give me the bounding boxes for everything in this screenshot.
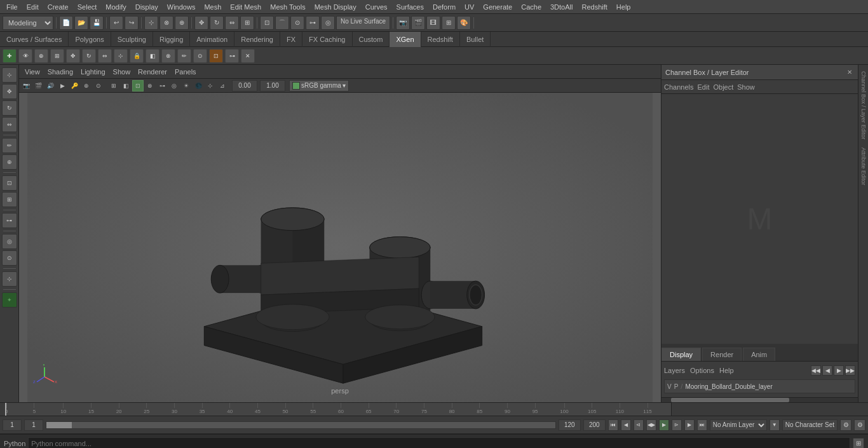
move-tool[interactable]: ✥: [2, 84, 17, 99]
xgen-lock-btn[interactable]: 🔒: [130, 49, 144, 63]
vp-shading-menu[interactable]: Shading: [44, 67, 76, 77]
menu-modify[interactable]: Modify: [102, 2, 130, 12]
menu-generate[interactable]: Generate: [479, 2, 516, 12]
channel-box-edge-label[interactable]: Channel Box / Layer Editor: [860, 67, 867, 144]
tab-fx[interactable]: FX: [280, 32, 302, 47]
menu-file[interactable]: File: [3, 2, 22, 12]
layer-nav-next[interactable]: ▶: [834, 365, 844, 376]
playhead[interactable]: [5, 403, 6, 416]
vp-view-menu[interactable]: View: [22, 67, 43, 77]
vp-key-ico[interactable]: 🔑: [69, 80, 80, 92]
undo-btn[interactable]: ↩: [109, 16, 123, 30]
snap-edge[interactable]: ⊞: [2, 192, 17, 207]
xgen-paint1-btn[interactable]: ✏: [177, 49, 191, 63]
new-file-btn[interactable]: 📄: [59, 16, 73, 30]
menu-select[interactable]: Select: [74, 2, 101, 12]
redo-btn[interactable]: ↪: [125, 16, 139, 30]
snap-curve-btn[interactable]: ⌒: [275, 16, 289, 30]
vp-grid-ico[interactable]: ⊞: [108, 80, 119, 92]
render-cam-btn[interactable]: 📷: [396, 16, 410, 30]
vp-sound-ico[interactable]: 🔊: [44, 80, 56, 92]
layer-nav-back[interactable]: ◀◀: [811, 365, 821, 376]
xgen-refresh-btn[interactable]: ⊕: [34, 49, 48, 63]
cb-tab-render[interactable]: Render: [702, 348, 742, 361]
vp-show-menu[interactable]: Show: [110, 67, 134, 77]
vp-camera-ico[interactable]: 📷: [20, 80, 32, 92]
step-back-btn[interactable]: ◀: [621, 419, 631, 431]
vp-shaded-ico[interactable]: ◧: [120, 80, 132, 92]
layers-label[interactable]: Layers: [664, 367, 685, 374]
xgen-delete-btn[interactable]: ✕: [241, 49, 255, 63]
viewport-content[interactable]: X Y Z persp: [19, 93, 661, 402]
cb-show[interactable]: Show: [737, 83, 755, 91]
xgen-select-btn[interactable]: ⊹: [114, 49, 128, 63]
xgen-icon[interactable]: ✦: [2, 292, 17, 308]
vp-wireframe-ico[interactable]: ⊡: [132, 80, 144, 92]
current-frame-input[interactable]: [3, 419, 22, 431]
step-fwd-btn[interactable]: ▶: [684, 419, 695, 431]
soft-select[interactable]: ◎: [2, 234, 17, 249]
live-surface-btn[interactable]: No Live Surface: [336, 16, 390, 30]
mode-dropdown[interactable]: Modeling: [3, 16, 53, 30]
vp-tangent-ico[interactable]: ⊕: [81, 80, 92, 92]
color-space-btn[interactable]: sRGB gamma ▾: [289, 80, 349, 92]
select-tool[interactable]: ⊹: [2, 67, 17, 83]
save-file-btn[interactable]: 💾: [90, 16, 104, 30]
xgen-groom-btn[interactable]: ⊞: [50, 49, 64, 63]
tab-curves-surfaces[interactable]: Curves / Surfaces: [0, 32, 69, 47]
tab-animation[interactable]: Animation: [190, 32, 234, 47]
lasso-select-btn[interactable]: ⊗: [159, 16, 173, 30]
play-reverse-btn[interactable]: ◀▶: [646, 419, 656, 431]
menu-surfaces[interactable]: Surfaces: [393, 2, 428, 12]
xgen-move-btn[interactable]: ✥: [66, 49, 80, 63]
layer-name[interactable]: Mooring_Bollard_Double_layer: [685, 383, 852, 390]
open-file-btn[interactable]: 📂: [74, 16, 88, 30]
tab-bullet[interactable]: Bullet: [460, 32, 491, 47]
cb-tab-display[interactable]: Display: [661, 348, 701, 361]
cb-edit[interactable]: Edit: [697, 83, 709, 91]
xgen-export-btn[interactable]: ⊡: [209, 49, 223, 63]
sculpt-tool[interactable]: ⊕: [2, 154, 17, 170]
vp-shader-ico[interactable]: ⊹: [205, 80, 216, 92]
vp-light-ico[interactable]: ☀: [180, 80, 192, 92]
vp-anim-ico[interactable]: ▶: [57, 80, 68, 92]
snap-view-btn[interactable]: ⊶: [306, 16, 320, 30]
vp-texture-ico[interactable]: ◎: [168, 80, 180, 92]
layer-playback[interactable]: P: [674, 383, 679, 390]
color-picker-btn[interactable]: 🎨: [457, 16, 471, 30]
cb-close-btn[interactable]: ✕: [845, 68, 854, 77]
menu-mesh-tools[interactable]: Mesh Tools: [266, 2, 309, 12]
rotate-tool[interactable]: ↻: [2, 100, 17, 116]
coord-y-input[interactable]: [260, 80, 285, 92]
tab-redshift[interactable]: Redshift: [421, 32, 460, 47]
tab-polygons[interactable]: Polygons: [69, 32, 111, 47]
max-frame-input[interactable]: [583, 419, 606, 431]
tab-fx-caching[interactable]: FX Caching: [302, 32, 352, 47]
vp-shadow-ico[interactable]: 🌑: [193, 80, 204, 92]
xgen-sym-btn[interactable]: ⊗: [161, 49, 175, 63]
paint-select-btn[interactable]: ⊕: [175, 16, 189, 30]
hud-btn[interactable]: ⊞: [442, 16, 456, 30]
menu-create[interactable]: Create: [44, 2, 72, 12]
menu-edit[interactable]: Edit: [23, 2, 43, 12]
timeline-ruler[interactable]: 0510152025303540455055606570758085909510…: [5, 403, 671, 416]
vp-film-ico[interactable]: 🎬: [32, 80, 44, 92]
xgen-preview-btn[interactable]: 👁: [18, 49, 32, 63]
xgen-rotate-btn[interactable]: ↻: [82, 49, 96, 63]
marquee-select[interactable]: ⊙: [2, 250, 17, 266]
tab-rigging[interactable]: Rigging: [153, 32, 190, 47]
cb-object[interactable]: Object: [713, 83, 733, 91]
menu-mesh-display[interactable]: Mesh Display: [311, 2, 360, 12]
play-fwd-end-btn[interactable]: ⏭: [697, 419, 707, 431]
tab-rendering[interactable]: Rendering: [234, 32, 280, 47]
menu-mesh[interactable]: Mesh: [200, 2, 225, 12]
menu-edit-mesh[interactable]: Edit Mesh: [226, 2, 265, 12]
vp-renderer-menu[interactable]: Renderer: [135, 67, 170, 77]
xgen-import-btn[interactable]: ⊶: [225, 49, 239, 63]
render-seq-btn[interactable]: 🎬: [411, 16, 425, 30]
cb-channels[interactable]: Channels: [664, 83, 693, 91]
options-label[interactable]: Options: [690, 367, 714, 374]
layer-visibility[interactable]: V: [667, 383, 672, 390]
playback-settings-btn[interactable]: ⚙: [854, 419, 865, 431]
menu-curves[interactable]: Curves: [362, 2, 391, 12]
